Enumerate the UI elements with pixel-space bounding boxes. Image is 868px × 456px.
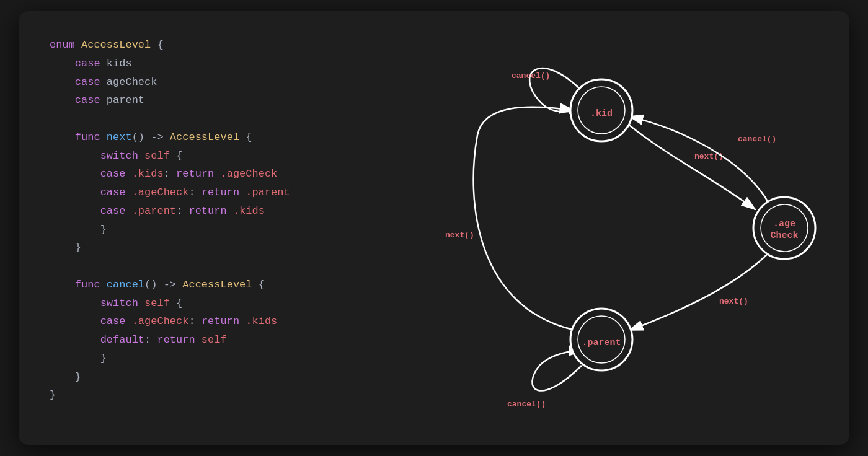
code-line: case .ageCheck: return .kids [50, 312, 397, 331]
code-token: .ageCheck [214, 168, 277, 180]
code-token: case [100, 186, 132, 198]
code-token: self [144, 150, 170, 162]
node-kid-label: .kid [590, 108, 613, 119]
code-token: switch [100, 297, 144, 309]
code-token: } [100, 224, 107, 235]
code-line: } [50, 349, 397, 368]
code-token: : [176, 205, 188, 217]
code-line: case .parent: return .kids [50, 202, 397, 221]
code-token: } [75, 371, 81, 383]
main-card: enum AccessLevel { case kids case ageChe… [19, 11, 849, 445]
code-token: switch [100, 150, 144, 162]
code-token: } [50, 389, 56, 401]
code-line: case parent [50, 91, 397, 110]
label-parent-next: next() [445, 230, 474, 240]
code-token: next [107, 131, 132, 143]
label-agecheck-next: next() [719, 297, 748, 306]
arrow-agecheck-parent [629, 253, 769, 330]
code-line: enum AccessLevel { [50, 36, 397, 55]
label-agecheck-cancel: cancel() [738, 134, 776, 144]
code-token: self [195, 334, 227, 346]
code-line: default: return self [50, 331, 397, 349]
code-token: AccessLevel [182, 279, 252, 291]
label-kid-cancel: cancel() [512, 71, 550, 81]
code-token: : [164, 168, 176, 180]
code-token: return [202, 315, 239, 327]
code-token: { [239, 131, 252, 143]
label-parent-cancel: cancel() [507, 400, 546, 409]
code-token: : [188, 186, 201, 198]
code-token: case [75, 94, 107, 106]
code-line: } [50, 386, 397, 405]
code-token: return [176, 168, 214, 180]
code-token: : [188, 315, 201, 327]
code-token: } [75, 242, 81, 253]
code-token: : [144, 334, 157, 346]
code-token: .ageCheck [132, 315, 189, 327]
code-line [50, 110, 397, 128]
code-token: case [100, 205, 132, 217]
node-parent-label: .parent [582, 338, 621, 348]
code-line: func next() -> AccessLevel { [50, 128, 397, 147]
code-token: { [252, 279, 264, 291]
code-line: switch self { [50, 147, 397, 165]
code-token: case [75, 76, 107, 88]
code-token: .kids [239, 315, 277, 327]
code-token: } [100, 353, 107, 364]
arrow-parent-kid [474, 107, 575, 330]
code-token: .ageCheck [132, 186, 189, 198]
code-token: { [170, 297, 182, 309]
code-token: case [100, 315, 132, 327]
code-line: switch self { [50, 294, 397, 313]
code-token: { [151, 39, 163, 51]
code-line: case .ageCheck: return .parent [50, 183, 397, 202]
code-line: } [50, 221, 397, 239]
code-line [50, 257, 397, 276]
code-token: cancel [107, 279, 144, 291]
code-token: default [100, 334, 144, 346]
code-token: () -> [144, 279, 182, 291]
code-line: } [50, 368, 397, 387]
code-token: AccessLevel [81, 39, 151, 51]
code-token: func [75, 131, 107, 143]
code-token: return [157, 334, 195, 346]
diagram-panel: cancel() next() cancel() next() next() c… [415, 11, 849, 445]
code-token: parent [107, 94, 144, 106]
code-token: kids [107, 58, 132, 69]
code-token: self [144, 297, 170, 309]
node-agecheck-label: .age [773, 219, 795, 229]
code-line: case ageCheck [50, 73, 397, 92]
code-line: case .kids: return .ageCheck [50, 165, 397, 183]
code-token: case [100, 168, 132, 180]
code-token: enum [50, 39, 81, 51]
code-line: } [50, 239, 397, 257]
code-line: case kids [50, 55, 397, 73]
code-token: .parent [239, 186, 290, 198]
code-token: func [75, 279, 107, 291]
code-line: func cancel() -> AccessLevel { [50, 276, 397, 294]
code-token: .parent [132, 205, 176, 217]
state-diagram: cancel() next() cancel() next() next() c… [415, 11, 849, 445]
code-token: ageCheck [107, 76, 157, 88]
code-token: () -> [132, 131, 170, 143]
code-token: return [188, 205, 226, 217]
code-token: .kids [227, 205, 265, 217]
code-token: .kids [132, 168, 164, 180]
node-agecheck-label2: Check [770, 230, 798, 241]
code-token: case [75, 58, 107, 69]
code-panel: enum AccessLevel { case kids case ageChe… [19, 11, 415, 445]
code-token: { [170, 150, 182, 162]
code-token: return [202, 186, 239, 198]
code-token: AccessLevel [170, 131, 239, 143]
